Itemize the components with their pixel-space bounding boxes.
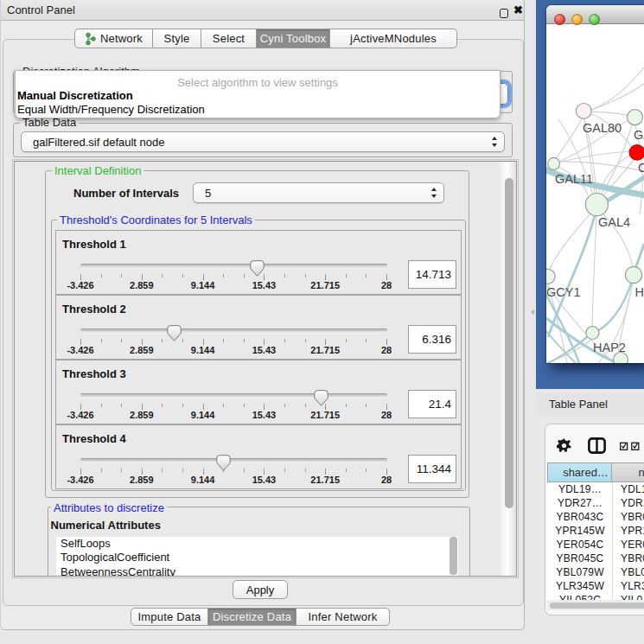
svg-text:GCY1: GCY1 (546, 285, 581, 299)
svg-text:C: C (638, 161, 644, 175)
svg-text:GAL80: GAL80 (583, 121, 622, 135)
svg-text:GAL4: GAL4 (598, 215, 630, 229)
svg-text:H: H (635, 285, 644, 299)
svg-text:GA: GA (634, 128, 644, 142)
svg-text:GAL11: GAL11 (555, 172, 593, 186)
svg-text:HAP2: HAP2 (593, 341, 626, 354)
